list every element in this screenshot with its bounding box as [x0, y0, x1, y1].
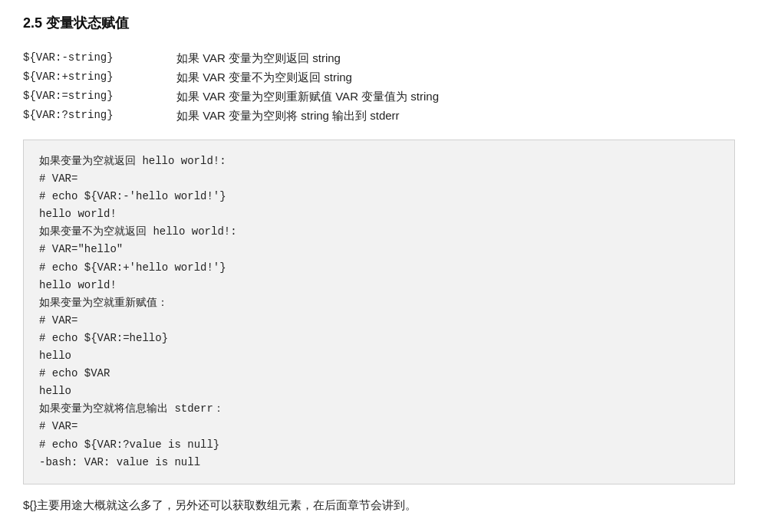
- desc-text-1: 如果 VAR 变量不为空则返回 string: [176, 68, 439, 87]
- desc-row-1: ${VAR:+string}如果 VAR 变量不为空则返回 string: [23, 68, 439, 87]
- desc-text-3: 如果 VAR 变量为空则将 string 输出到 stderr: [176, 107, 439, 126]
- section-title: 2.5 变量状态赋值: [23, 14, 735, 32]
- desc-code-0: ${VAR:-string}: [23, 49, 176, 68]
- description-table: ${VAR:-string}如果 VAR 变量为空则返回 string${VAR…: [23, 49, 439, 126]
- desc-text-2: 如果 VAR 变量为空则重新赋值 VAR 变量值为 string: [176, 87, 439, 107]
- desc-row-2: ${VAR:=string}如果 VAR 变量为空则重新赋值 VAR 变量值为 …: [23, 87, 439, 107]
- desc-code-3: ${VAR:?string}: [23, 107, 176, 126]
- desc-text-0: 如果 VAR 变量为空则返回 string: [176, 49, 439, 68]
- code-block: 如果变量为空就返回 hello world!: # VAR= # echo ${…: [23, 140, 735, 484]
- bottom-note: ${}主要用途大概就这么多了，另外还可以获取数组元素，在后面章节会讲到。: [23, 498, 735, 513]
- desc-code-2: ${VAR:=string}: [23, 87, 176, 107]
- desc-row-3: ${VAR:?string}如果 VAR 变量为空则将 string 输出到 s…: [23, 107, 439, 126]
- desc-row-0: ${VAR:-string}如果 VAR 变量为空则返回 string: [23, 49, 439, 68]
- desc-code-1: ${VAR:+string}: [23, 68, 176, 87]
